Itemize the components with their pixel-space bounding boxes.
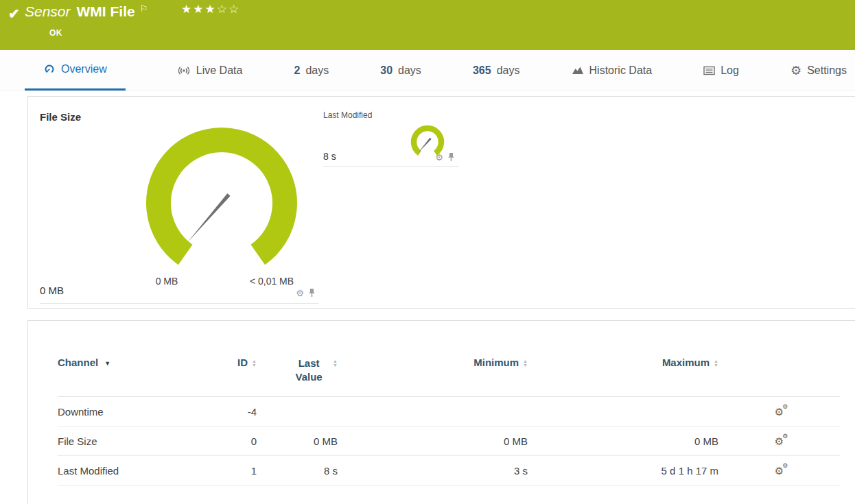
tab-settings[interactable]: ⚙ Settings bbox=[790, 50, 847, 91]
gauge-needle bbox=[187, 193, 231, 242]
stars-empty: ☆☆ bbox=[217, 3, 240, 16]
gauge-scale-min: 0 MB bbox=[136, 276, 198, 287]
column-header-id[interactable]: ID▲▼ bbox=[215, 352, 257, 397]
channel-settings-gear-icon[interactable]: ⚙⚙ bbox=[775, 466, 784, 476]
sensor-header: ✔ SensorWMI File⚐ ★★★☆☆ OK bbox=[0, 0, 855, 50]
stars-filled: ★★★ bbox=[181, 3, 217, 16]
file-size-value: 0 MB bbox=[40, 285, 64, 296]
gauge-icon bbox=[43, 64, 56, 75]
cell-minimum bbox=[338, 397, 528, 427]
last-modified-tile-actions: ⚙ bbox=[435, 152, 455, 162]
cell-id: -4 bbox=[215, 397, 257, 427]
column-label: Minimum bbox=[473, 357, 519, 368]
page-title: SensorWMI File⚐ bbox=[25, 3, 148, 20]
sort-caret-icon: ▼ bbox=[104, 360, 110, 367]
cell-last-value: 0 MB bbox=[257, 427, 338, 456]
cell-maximum: 0 MB bbox=[528, 427, 718, 456]
status-badge: OK bbox=[49, 28, 62, 38]
column-label: Channel bbox=[58, 357, 98, 368]
tab-2-days[interactable]: 2 days bbox=[294, 50, 329, 91]
gauge-scale-max: < 0,01 MB bbox=[231, 276, 313, 287]
column-header-maximum[interactable]: Maximum▲▼ bbox=[528, 352, 718, 397]
sort-arrows-icon: ▲▼ bbox=[252, 359, 257, 368]
sensor-kind-label: Sensor bbox=[25, 3, 71, 19]
area-chart-icon bbox=[572, 65, 584, 75]
tab-30-days[interactable]: 30 days bbox=[380, 50, 421, 91]
column-label: Last Value bbox=[289, 357, 329, 384]
table-row: Last Modified 1 8 s 3 s 5 d 1 h 17 m ⚙⚙ bbox=[58, 456, 840, 485]
column-header-last-value[interactable]: Last Value▲▼ bbox=[257, 352, 338, 397]
cell-channel: Downtime bbox=[58, 397, 215, 427]
tab-settings-label: Settings bbox=[807, 64, 847, 77]
column-label: Maximum bbox=[662, 357, 710, 368]
tab-historic-data-label: Historic Data bbox=[589, 64, 653, 77]
tab-30-days-label: days bbox=[398, 64, 421, 77]
sort-arrows-icon: ▲▼ bbox=[523, 359, 528, 368]
tab-365-days-label: days bbox=[497, 64, 520, 77]
cell-minimum: 0 MB bbox=[338, 427, 528, 456]
priority-stars[interactable]: ★★★☆☆ bbox=[181, 2, 240, 16]
table-header-row: Channel▼ ID▲▼ Last Value▲▼ Minimum▲▼ Max… bbox=[58, 352, 840, 397]
table-row: File Size 0 0 MB 0 MB 0 MB ⚙⚙ bbox=[58, 427, 840, 456]
settings-gear-icon: ⚙ bbox=[790, 63, 801, 78]
tab-30-days-number: 30 bbox=[380, 64, 393, 77]
last-modified-gauge-tile: Last Modified 8 s ⚙ bbox=[323, 109, 459, 167]
cell-last-value bbox=[257, 397, 338, 427]
column-label: ID bbox=[237, 357, 248, 368]
channels-panel: Channel▼ ID▲▼ Last Value▲▼ Minimum▲▼ Max… bbox=[27, 320, 855, 504]
sensor-name: WMI File bbox=[77, 3, 135, 19]
status-ok-icon: ✔ bbox=[8, 5, 20, 22]
cell-id: 0 bbox=[215, 427, 257, 456]
tab-log[interactable]: Log bbox=[703, 50, 739, 91]
live-data-icon bbox=[177, 65, 191, 76]
channels-table: Channel▼ ID▲▼ Last Value▲▼ Minimum▲▼ Max… bbox=[58, 352, 840, 485]
tab-365-days[interactable]: 365 days bbox=[473, 50, 520, 91]
file-size-title: File Size bbox=[40, 111, 81, 123]
gauges-panel: File Size 0 MB < 0,01 MB 0 MB ⚙ Last Mod… bbox=[27, 96, 855, 309]
channel-settings-gear-icon[interactable]: ⚙⚙ bbox=[775, 407, 784, 417]
tab-log-label: Log bbox=[721, 64, 739, 77]
cell-last-value: 8 s bbox=[257, 456, 338, 485]
column-header-actions bbox=[718, 352, 840, 397]
sort-arrows-icon: ▲▼ bbox=[714, 359, 718, 368]
column-header-minimum[interactable]: Minimum▲▼ bbox=[338, 352, 528, 397]
sort-arrows-icon: ▲▼ bbox=[333, 359, 338, 368]
last-modified-title: Last Modified bbox=[323, 110, 372, 120]
tab-overview-label: Overview bbox=[61, 63, 107, 75]
table-row: Downtime -4 ⚙⚙ bbox=[58, 397, 840, 427]
file-size-gauge-tile: File Size 0 MB < 0,01 MB 0 MB ⚙ bbox=[40, 107, 318, 304]
channel-settings-gear-icon[interactable]: ⚙⚙ bbox=[775, 436, 784, 446]
tab-live-data-label: Live Data bbox=[196, 64, 243, 77]
tab-overview[interactable]: Overview bbox=[25, 50, 126, 91]
tab-live-data[interactable]: Live Data bbox=[177, 50, 243, 91]
flag-icon[interactable]: ⚐ bbox=[140, 3, 148, 14]
cell-id: 1 bbox=[215, 456, 257, 485]
file-size-tile-actions: ⚙ bbox=[296, 288, 316, 298]
cell-maximum: 5 d 1 h 17 m bbox=[528, 456, 718, 485]
cell-channel: File Size bbox=[58, 427, 215, 456]
pin-icon[interactable] bbox=[447, 152, 455, 162]
log-list-icon bbox=[703, 66, 715, 75]
tab-historic-data[interactable]: Historic Data bbox=[572, 50, 653, 91]
last-modified-value: 8 s bbox=[323, 151, 336, 162]
cell-minimum: 3 s bbox=[338, 456, 528, 485]
pin-icon[interactable] bbox=[308, 288, 316, 298]
cell-maximum bbox=[528, 397, 718, 427]
tab-2-days-label: days bbox=[305, 64, 329, 77]
gauge-needle bbox=[418, 138, 432, 153]
tab-365-days-number: 365 bbox=[473, 64, 491, 77]
channel-gear-icon[interactable]: ⚙ bbox=[435, 153, 443, 162]
cell-channel: Last Modified bbox=[58, 456, 215, 485]
tab-bar: Overview Live Data 2 days 30 days 365 da… bbox=[0, 50, 855, 91]
column-header-channel[interactable]: Channel▼ bbox=[58, 352, 215, 397]
file-size-gauge bbox=[141, 124, 302, 269]
channel-gear-icon[interactable]: ⚙ bbox=[296, 289, 304, 298]
tab-2-days-number: 2 bbox=[294, 64, 300, 77]
